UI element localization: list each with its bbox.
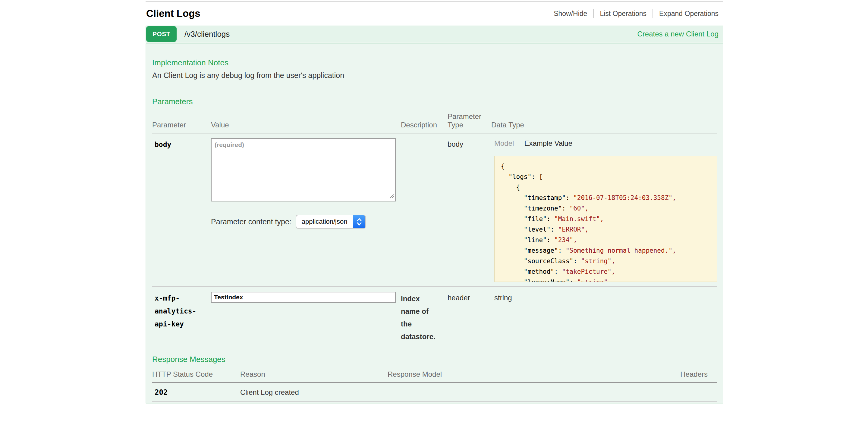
implementation-notes-heading: Implementation Notes	[152, 58, 717, 67]
operation-content-panel: Implementation Notes An Client Log is an…	[146, 43, 723, 403]
reason-202: Client Log created	[240, 388, 299, 396]
parameters-table: Parameter Value Description Parameter Ty…	[152, 112, 717, 352]
link-divider	[652, 9, 653, 18]
response-messages-heading: Response Messages	[152, 354, 717, 364]
col-parameter: Parameter	[152, 112, 211, 133]
endpoint-path-link[interactable]: /v3/clientlogs	[184, 30, 230, 39]
col-description: Description	[401, 112, 447, 133]
parameter-content-type-label: Parameter content type:	[211, 218, 291, 226]
param-description-analytics-key: Index name of the datastore.	[401, 292, 447, 343]
response-messages-table: HTTP Status Code Reason Response Model H…	[152, 370, 717, 403]
implementation-notes-text: An Client Log is any debug log from the …	[152, 71, 717, 80]
param-type-analytics-key: header	[447, 294, 491, 302]
tab-divider	[519, 138, 519, 148]
col-data-type: Data Type	[491, 112, 717, 133]
page-title: Client Logs	[146, 8, 200, 19]
operation-summary-link[interactable]: Creates a new Client Log	[638, 30, 718, 38]
resource-actions: Show/Hide List Operations Expand Operati…	[554, 9, 723, 18]
col-value: Value	[211, 112, 401, 133]
show-hide-link[interactable]: Show/Hide	[554, 10, 587, 18]
example-value-tab[interactable]: Example Value	[524, 139, 572, 148]
responses-header-row: HTTP Status Code Reason Response Model H…	[152, 370, 717, 383]
analytics-api-key-input[interactable]	[211, 292, 396, 303]
data-type-analytics-key: string	[494, 294, 717, 302]
resource-header: Client Logs Show/Hide List Operations Ex…	[146, 2, 723, 21]
http-method-badge: POST	[146, 26, 177, 42]
example-value-json-box: { "logs": [ { "timestamp": "2016-07-18T0…	[494, 156, 717, 282]
parameters-heading: Parameters	[152, 97, 717, 106]
parameters-header-row: Parameter Value Description Parameter Ty…	[152, 112, 717, 133]
operation-heading-bar[interactable]: POST /v3/clientlogs Creates a new Client…	[146, 26, 723, 42]
data-type-tabs: Model Example Value	[494, 138, 717, 149]
body-parameter-textarea[interactable]	[211, 138, 396, 201]
col-response-model: Response Model	[388, 370, 662, 383]
param-row-body: body Parameter content type: application…	[152, 133, 717, 287]
col-parameter-type: Parameter Type	[447, 112, 491, 133]
status-code-202: 202	[152, 388, 167, 397]
content-type-select[interactable]: application/json	[296, 215, 366, 229]
col-headers: Headers	[662, 370, 717, 383]
model-tab[interactable]: Model	[494, 139, 514, 148]
param-name-body: body	[152, 138, 211, 151]
col-reason: Reason	[240, 370, 388, 383]
link-divider	[593, 9, 594, 18]
client-logs-resource: Client Logs Show/Hide List Operations Ex…	[146, 1, 723, 403]
col-http-status-code: HTTP Status Code	[152, 370, 240, 383]
list-operations-link[interactable]: List Operations	[600, 10, 647, 18]
content-type-select-value: application/json	[296, 215, 353, 228]
param-type-body: body	[447, 140, 491, 149]
response-row-202: 202 Client Log created	[152, 383, 717, 402]
select-stepper-icon	[353, 215, 365, 228]
response-row-400: 400 Invalid Client Log supplied Model Ex…	[152, 402, 717, 403]
param-row-analytics-key: x-mfp-analytics-api-key Index name of th…	[152, 287, 717, 352]
expand-operations-link[interactable]: Expand Operations	[659, 10, 718, 18]
param-name-analytics-key: x-mfp-analytics-api-key	[152, 292, 211, 331]
